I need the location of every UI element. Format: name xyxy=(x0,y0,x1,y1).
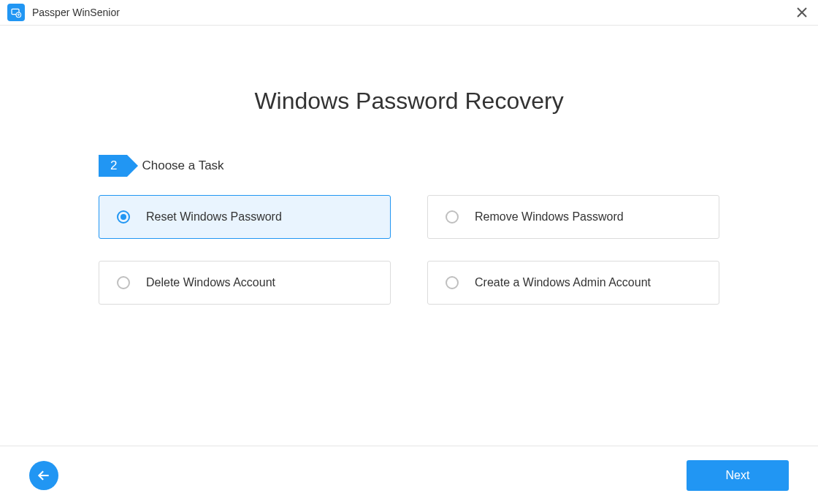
app-title: Passper WinSenior xyxy=(32,7,120,18)
radio-icon xyxy=(446,210,459,224)
close-icon xyxy=(797,7,807,18)
task-options: Reset Windows Password Remove Windows Pa… xyxy=(99,195,719,305)
app-logo-icon xyxy=(7,4,25,21)
option-create-admin[interactable]: Create a Windows Admin Account xyxy=(427,261,719,305)
option-delete-account[interactable]: Delete Windows Account xyxy=(99,261,391,305)
arrow-left-icon xyxy=(37,468,51,483)
option-label: Remove Windows Password xyxy=(475,210,624,224)
step-number-badge: 2 xyxy=(99,155,127,177)
radio-icon xyxy=(117,210,130,224)
option-reset-password[interactable]: Reset Windows Password xyxy=(99,195,391,239)
content-area: 2 Choose a Task Reset Windows Password R… xyxy=(99,155,719,305)
radio-icon xyxy=(117,276,130,289)
back-button[interactable] xyxy=(29,461,58,490)
step-label: Choose a Task xyxy=(142,159,223,173)
title-bar: Passper WinSenior xyxy=(0,0,818,26)
page-title: Windows Password Recovery xyxy=(0,88,818,115)
option-label: Delete Windows Account xyxy=(146,276,275,289)
step-header: 2 Choose a Task xyxy=(99,155,719,177)
radio-icon xyxy=(446,276,459,289)
footer-bar: Next xyxy=(0,446,818,504)
next-button-label: Next xyxy=(726,469,750,482)
close-button[interactable] xyxy=(795,5,809,20)
option-label: Create a Windows Admin Account xyxy=(475,276,651,289)
next-button[interactable]: Next xyxy=(687,460,789,491)
option-label: Reset Windows Password xyxy=(146,210,282,224)
option-remove-password[interactable]: Remove Windows Password xyxy=(427,195,719,239)
main-content: Windows Password Recovery 2 Choose a Tas… xyxy=(0,26,818,305)
